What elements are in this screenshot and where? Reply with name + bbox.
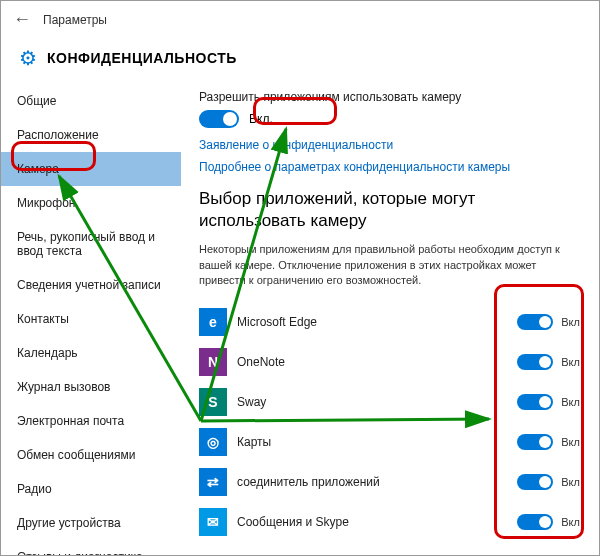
app-row-2: SSwayВкл. [199, 382, 583, 422]
app-toggle[interactable] [517, 314, 553, 330]
sidebar-item-12[interactable]: Другие устройства [1, 506, 181, 540]
app-toggle-label: Вкл. [561, 396, 583, 408]
sidebar-item-1[interactable]: Расположение [1, 118, 181, 152]
app-toggle[interactable] [517, 394, 553, 410]
app-name-label: Карты [237, 435, 507, 449]
app-toggle[interactable] [517, 474, 553, 490]
app-row-3: ◎КартыВкл. [199, 422, 583, 462]
sidebar-item-4[interactable]: Речь, рукописный ввод и ввод текста [1, 220, 181, 268]
gear-icon: ⚙ [19, 46, 37, 70]
app-name-label: соединитель приложений [237, 475, 507, 489]
app-row-1: NOneNoteВкл. [199, 342, 583, 382]
app-toggle-label: Вкл. [561, 356, 583, 368]
back-arrow-icon[interactable]: ← [13, 9, 31, 30]
master-toggle[interactable] [199, 110, 239, 128]
app-toggle-label: Вкл. [561, 516, 583, 528]
app-icon: ⇄ [199, 468, 227, 496]
sidebar-item-2[interactable]: Камера [1, 152, 181, 186]
sidebar-item-7[interactable]: Календарь [1, 336, 181, 370]
page-title: КОНФИДЕНЦИАЛЬНОСТЬ [47, 50, 237, 66]
app-icon: ✉ [199, 508, 227, 536]
sidebar-item-11[interactable]: Радио [1, 472, 181, 506]
app-icon: ◎ [199, 428, 227, 456]
sidebar-item-0[interactable]: Общие [1, 84, 181, 118]
app-toggle[interactable] [517, 434, 553, 450]
app-icon: e [199, 308, 227, 336]
sidebar-item-5[interactable]: Сведения учетной записи [1, 268, 181, 302]
camera-privacy-details-link[interactable]: Подробнее о параметрах конфиденциальност… [199, 160, 583, 174]
app-name-label: Microsoft Edge [237, 315, 507, 329]
sidebar-item-8[interactable]: Журнал вызовов [1, 370, 181, 404]
app-toggle-label: Вкл. [561, 476, 583, 488]
main-panel: Разрешить приложениям использовать камер… [181, 84, 599, 556]
sidebar-item-3[interactable]: Микрофон [1, 186, 181, 220]
app-row-0: eMicrosoft EdgeВкл. [199, 302, 583, 342]
sidebar-item-6[interactable]: Контакты [1, 302, 181, 336]
app-toggle[interactable] [517, 354, 553, 370]
app-row-4: ⇄соединитель приложенийВкл. [199, 462, 583, 502]
choose-apps-desc: Некоторым приложениям для правильной раб… [199, 242, 583, 288]
master-toggle-label: Вкл. [249, 112, 273, 126]
choose-apps-title: Выбор приложений, которые могут использо… [199, 188, 583, 232]
header-title: Параметры [43, 13, 107, 27]
app-name-label: OneNote [237, 355, 507, 369]
app-icon: N [199, 348, 227, 376]
allow-apps-label: Разрешить приложениям использовать камер… [199, 90, 583, 104]
app-row-5: ✉Сообщения и SkypeВкл. [199, 502, 583, 542]
app-name-label: Sway [237, 395, 507, 409]
app-name-label: Сообщения и Skype [237, 515, 507, 529]
app-toggle-label: Вкл. [561, 436, 583, 448]
privacy-statement-link[interactable]: Заявление о конфиденциальности [199, 138, 583, 152]
app-list: eMicrosoft EdgeВкл.NOneNoteВкл.SSwayВкл.… [199, 302, 583, 542]
app-icon: S [199, 388, 227, 416]
app-toggle[interactable] [517, 514, 553, 530]
sidebar-item-9[interactable]: Электронная почта [1, 404, 181, 438]
sidebar-item-13[interactable]: Отзывы и диагностика [1, 540, 181, 556]
app-toggle-label: Вкл. [561, 316, 583, 328]
sidebar-item-10[interactable]: Обмен сообщениями [1, 438, 181, 472]
sidebar: ОбщиеРасположениеКамераМикрофонРечь, рук… [1, 84, 181, 556]
